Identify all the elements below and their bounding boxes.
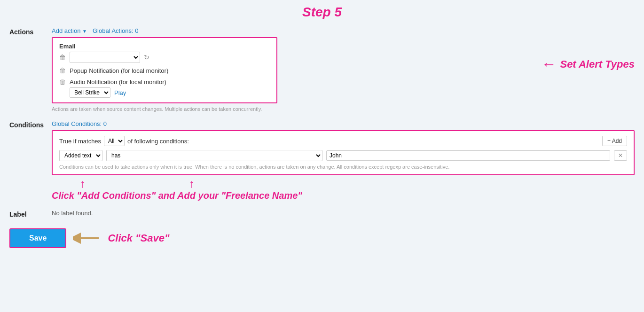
conditions-hint: Conditions can be used to take actions o…: [59, 164, 627, 170]
conditions-annotation: Click "Add Conditions" and Add your "Fre…: [52, 190, 302, 201]
set-alert-arrow-icon: ←: [541, 55, 556, 73]
true-if-matches-label: True if matches: [59, 138, 101, 145]
label-section-label: Label: [9, 210, 52, 218]
popup-notification-item: 🗑 Popup Notification (for local monitor): [59, 67, 270, 74]
condition-up-arrow-1-icon: ↑: [80, 177, 86, 190]
audio-notification-label: Audio Notification (for local monitor): [70, 78, 166, 86]
email-refresh-icon[interactable]: ↻: [144, 54, 149, 61]
step-title: Step 5: [9, 5, 635, 20]
actions-hint: Actions are taken when source content ch…: [52, 106, 527, 112]
condition-delete-button[interactable]: ✕: [614, 150, 627, 161]
save-annotation: Click "Save": [108, 232, 169, 244]
popup-trash-icon[interactable]: 🗑: [59, 67, 66, 74]
save-button[interactable]: Save: [9, 228, 66, 248]
bell-strike-select[interactable]: Bell Strike: [70, 87, 110, 98]
actions-label: Actions: [9, 27, 52, 36]
audio-trash-icon[interactable]: 🗑: [59, 78, 66, 86]
global-conditions-link[interactable]: Global Conditions: 0: [52, 120, 107, 127]
email-trash-icon[interactable]: 🗑: [59, 54, 66, 61]
email-select[interactable]: [70, 52, 140, 63]
save-arrow-icon: [73, 233, 101, 244]
no-label-text: No label found.: [52, 210, 93, 217]
all-select[interactable]: All: [104, 136, 125, 146]
play-link[interactable]: Play: [114, 89, 126, 96]
global-actions-link[interactable]: Global Actions: 0: [93, 27, 139, 34]
popup-notification-label: Popup Notification (for local monitor): [70, 67, 168, 74]
email-action-item: Email 🗑 ↻: [59, 43, 270, 63]
has-select[interactable]: has: [106, 150, 322, 161]
add-action-link[interactable]: Add action ▼: [52, 27, 87, 34]
email-label: Email: [59, 43, 270, 50]
set-alert-annotation: Set Alert Types: [560, 58, 635, 70]
audio-notification-item: 🗑 Audio Notification (for local monitor): [59, 78, 270, 86]
added-text-select[interactable]: Added text: [59, 150, 102, 161]
condition-up-arrow-2-icon: ↑: [189, 177, 195, 190]
of-following-conditions-label: of following conditions:: [127, 138, 189, 145]
add-action-dropdown-icon: ▼: [82, 29, 87, 34]
add-condition-button[interactable]: + Add: [602, 136, 627, 146]
conditions-box: True if matches All of following conditi…: [52, 130, 635, 175]
condition-value-input[interactable]: [326, 150, 610, 161]
conditions-label: Conditions: [9, 120, 52, 129]
actions-box: Email 🗑 ↻ 🗑 Popup Notification (for loca…: [52, 37, 277, 103]
